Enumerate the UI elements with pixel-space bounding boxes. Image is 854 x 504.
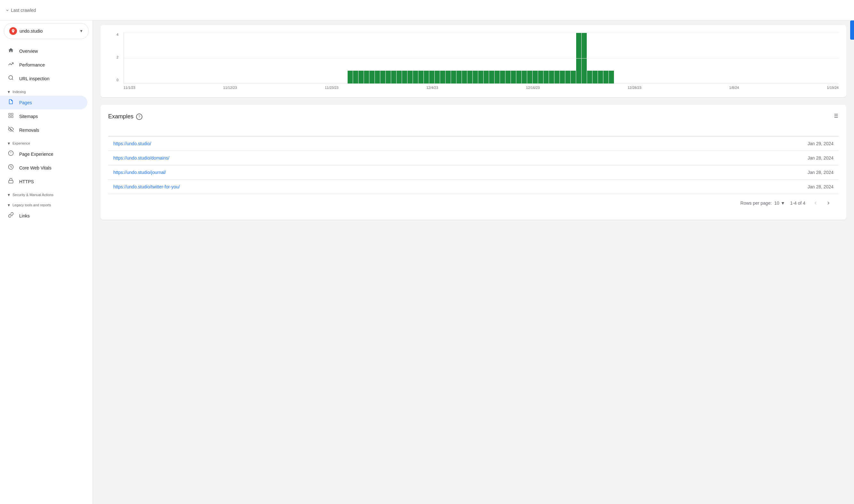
x-label-6: 12/28/23 xyxy=(628,86,642,90)
chart-bar xyxy=(533,71,538,84)
sidebar-item-page-experience[interactable]: Page Experience xyxy=(0,147,87,161)
next-page-button[interactable] xyxy=(823,198,834,208)
chart-bar xyxy=(571,71,576,84)
sidebar-item-https[interactable]: HTTPS xyxy=(0,175,87,188)
chart-bar xyxy=(418,71,423,84)
experience-section[interactable]: ▾ Experience xyxy=(0,137,92,147)
pages-label: Pages xyxy=(19,100,32,105)
table-row[interactable]: https://undo.studio/twitter-for-you/ Jan… xyxy=(108,180,839,194)
sidebar-item-removals[interactable]: Removals xyxy=(0,123,87,137)
row-date-4: Jan 28, 2024 xyxy=(807,184,834,189)
pages-icon xyxy=(8,99,14,106)
url-inspection-label: URL inspection xyxy=(19,76,49,81)
legacy-section-label: Legacy tools and reports xyxy=(13,203,51,207)
table-row[interactable]: https://undo.studio/domains/ Jan 28, 202… xyxy=(108,151,839,165)
chart-bar xyxy=(429,71,434,84)
chart-bar xyxy=(609,71,614,84)
rows-per-page-label: Rows per page: xyxy=(740,200,772,205)
chart-bar xyxy=(407,71,413,84)
chart-bar xyxy=(380,71,385,84)
svg-rect-8 xyxy=(12,116,13,118)
pagination: Rows per page: 10 ▼ 1-4 of 4 xyxy=(108,194,839,212)
sidebar-navigation: Overview Performance URL inspection ▾ In… xyxy=(0,41,92,225)
row-url-1: https://undo.studio/ xyxy=(113,141,807,146)
chart-bar xyxy=(538,71,543,84)
sidebar-item-performance[interactable]: Performance xyxy=(0,58,87,72)
rows-per-page-value: 10 xyxy=(774,200,780,205)
sitemaps-icon xyxy=(8,112,14,120)
experience-section-label: Experience xyxy=(13,141,30,145)
property-selector[interactable]: undo.studio ▼ xyxy=(4,23,89,39)
chart-bar xyxy=(511,71,516,84)
legacy-section[interactable]: ▾ Legacy tools and reports xyxy=(0,199,92,209)
page-navigation xyxy=(811,198,834,208)
property-icon xyxy=(9,27,17,35)
chart-bar xyxy=(375,71,380,84)
sitemaps-label: Sitemaps xyxy=(19,114,38,119)
links-icon xyxy=(8,212,14,219)
rows-per-page-dropdown-icon: ▼ xyxy=(781,200,785,205)
chart-bar xyxy=(353,71,358,84)
svg-rect-14 xyxy=(8,180,13,183)
core-web-vitals-label: Core Web Vitals xyxy=(19,165,52,170)
table-row[interactable]: https://undo.studio/ Jan 29, 2024 xyxy=(108,137,839,151)
chart-area xyxy=(124,33,839,84)
core-web-vitals-icon xyxy=(8,164,14,172)
y-label-0: 0 xyxy=(117,78,119,82)
row-url-3: https://undo.studio/journal/ xyxy=(113,170,807,175)
examples-header: Examples ? xyxy=(108,112,839,121)
chart-bar xyxy=(435,71,440,84)
col-header-last-crawled: Last crawled xyxy=(0,0,854,20)
x-label-5: 12/16/23 xyxy=(526,86,540,90)
page-experience-icon xyxy=(8,150,14,158)
table-row[interactable]: https://undo.studio/journal/ Jan 28, 202… xyxy=(108,165,839,180)
chart-bar xyxy=(462,71,467,84)
sidebar-item-url-inspection[interactable]: URL inspection xyxy=(0,72,87,85)
sidebar-item-core-web-vitals[interactable]: Core Web Vitals xyxy=(0,161,87,175)
sidebar-item-sitemaps[interactable]: Sitemaps xyxy=(0,109,87,123)
chart-bar xyxy=(467,71,472,84)
legacy-collapse-icon: ▾ xyxy=(8,202,10,208)
chart-bar xyxy=(516,71,521,84)
chart-bar xyxy=(446,71,451,84)
chart-bar xyxy=(451,71,456,84)
prev-page-button[interactable] xyxy=(811,198,821,208)
sidebar-item-pages[interactable]: Pages xyxy=(0,96,87,109)
removals-icon xyxy=(8,126,14,134)
x-label-7: 1/8/24 xyxy=(729,86,739,90)
x-label-3: 11/23/23 xyxy=(325,86,339,90)
row-date-3: Jan 28, 2024 xyxy=(807,170,834,175)
chart-bar xyxy=(391,71,396,84)
security-section-label: Security & Manual Actions xyxy=(13,193,53,197)
indexing-section[interactable]: ▾ Indexing xyxy=(0,85,92,96)
rows-per-page-select[interactable]: 10 ▼ xyxy=(774,200,785,205)
y-axis: 4 2 0 xyxy=(108,33,121,82)
sidebar: undo.studio ▼ Overview Performance URL i… xyxy=(0,20,93,235)
chart-bar xyxy=(522,71,527,84)
security-section[interactable]: ▾ Security & Manual Actions xyxy=(0,188,92,199)
svg-line-4 xyxy=(12,79,13,79)
https-icon xyxy=(8,178,14,185)
chart-bar xyxy=(603,71,609,84)
examples-card: Examples ? URL Last crawled https://undo… xyxy=(101,105,846,220)
sidebar-item-links[interactable]: Links xyxy=(0,209,87,222)
performance-label: Performance xyxy=(19,62,45,68)
chart-bar xyxy=(500,71,505,84)
filter-icon[interactable] xyxy=(832,112,839,121)
dropdown-arrow-icon: ▼ xyxy=(80,29,83,33)
chart-bar xyxy=(456,71,461,84)
grid-line-mid xyxy=(124,58,839,58)
chart-bar xyxy=(386,71,391,84)
indexing-section-label: Indexing xyxy=(13,90,26,94)
sidebar-item-overview[interactable]: Overview xyxy=(0,44,87,58)
chart-bar xyxy=(402,71,407,84)
row-date-1: Jan 29, 2024 xyxy=(807,141,834,146)
y-label-4: 4 xyxy=(117,33,119,36)
examples-help-icon[interactable]: ? xyxy=(136,113,142,120)
overview-label: Overview xyxy=(19,49,38,54)
examples-table: URL Last crawled https://undo.studio/ Ja… xyxy=(108,128,839,194)
chart-bar xyxy=(348,71,353,84)
chart-bar xyxy=(554,71,559,84)
security-collapse-icon: ▾ xyxy=(8,192,10,197)
chart-bar xyxy=(478,71,483,84)
